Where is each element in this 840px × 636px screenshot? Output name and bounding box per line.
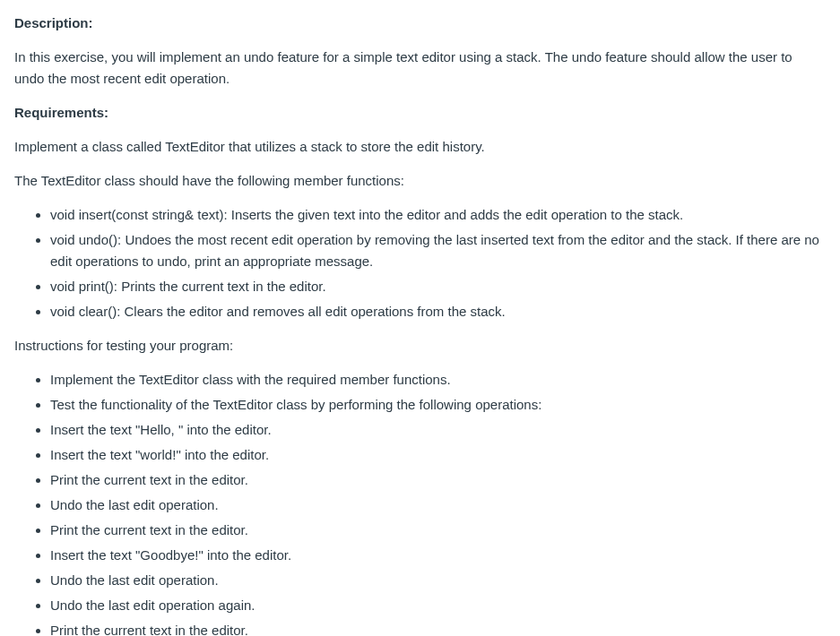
list-item: Insert the text "Goodbye!" into the edit…	[50, 545, 826, 566]
list-item: void undo(): Undoes the most recent edit…	[50, 229, 826, 272]
description-text: In this exercise, you will implement an …	[14, 47, 826, 90]
list-item: Insert the text "world!" into the editor…	[50, 444, 826, 466]
description-heading: Description:	[14, 13, 826, 34]
list-item: Test the functionality of the TextEditor…	[50, 394, 826, 416]
requirements-intro: Implement a class called TextEditor that…	[14, 136, 826, 158]
list-item: void clear(): Clears the editor and remo…	[50, 301, 826, 322]
member-functions-list: void insert(const string& text): Inserts…	[14, 204, 826, 322]
list-item: Print the current text in the editor.	[50, 520, 826, 541]
requirements-subintro: The TextEditor class should have the fol…	[14, 170, 826, 192]
list-item: Undo the last edit operation again.	[50, 595, 826, 616]
requirements-heading: Requirements:	[14, 102, 826, 124]
list-item: Print the current text in the editor.	[50, 620, 826, 636]
list-item: Implement the TextEditor class with the …	[50, 369, 826, 391]
instructions-list: Implement the TextEditor class with the …	[14, 369, 826, 636]
list-item: void print(): Prints the current text in…	[50, 276, 826, 297]
list-item: Undo the last edit operation.	[50, 494, 826, 516]
list-item: Insert the text "Hello, " into the edito…	[50, 419, 826, 441]
list-item: Print the current text in the editor.	[50, 469, 826, 491]
list-item: void insert(const string& text): Inserts…	[50, 204, 826, 226]
instructions-heading: Instructions for testing your program:	[14, 335, 826, 357]
list-item: Undo the last edit operation.	[50, 570, 826, 591]
